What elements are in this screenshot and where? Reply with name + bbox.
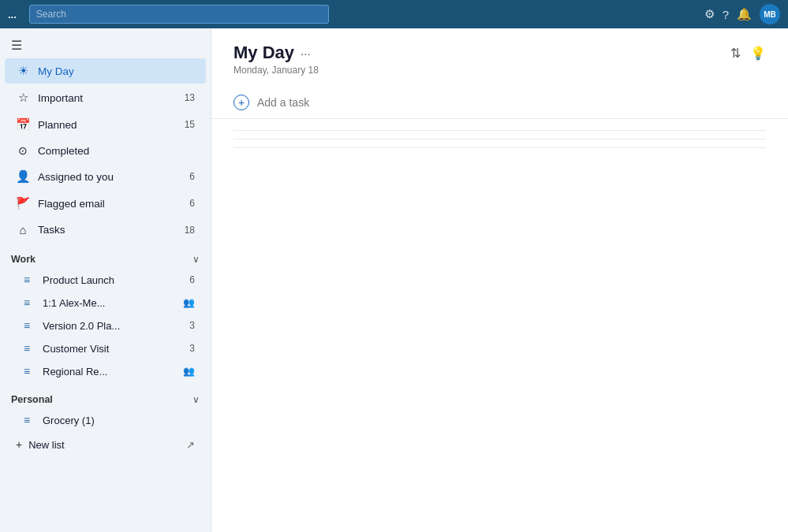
content-body <box>211 119 788 532</box>
sidebar-item-count: 15 <box>182 119 195 130</box>
personal-section-title: Personal <box>11 394 192 405</box>
avatar[interactable]: MB <box>760 4 780 24</box>
sidebar: ☰ ☀ My Day ☆ Important 13 📅 Planned 15 ⊙… <box>0 28 211 532</box>
sub-item-label: Version 2.0 Pla... <box>43 320 183 332</box>
sidebar-item-label: Completed <box>38 145 174 157</box>
divider <box>233 147 766 148</box>
app-logo: ... <box>8 9 17 20</box>
sidebar-item-flagged[interactable]: 🚩 Flagged email 6 <box>5 191 206 216</box>
shared-icon: 👥 <box>183 297 195 308</box>
page-title: My Day <box>233 43 294 63</box>
export-icon: ↗ <box>186 439 195 451</box>
sidebar-item-regional-re[interactable]: ≡ Regional Re... 👥 <box>5 360 206 382</box>
bell-icon[interactable]: 🔔 <box>737 7 752 21</box>
sidebar-item-version-plan[interactable]: ≡ Version 2.0 Pla... 3 <box>5 314 206 337</box>
add-task-plus-icon: + <box>233 95 249 110</box>
add-task-row[interactable]: + Add a task <box>211 87 788 119</box>
sub-item-label: Product Launch <box>43 274 183 286</box>
sidebar-item-important[interactable]: ☆ Important 13 <box>5 85 206 110</box>
sidebar-item-customer-visit[interactable]: ≡ Customer Visit 3 <box>5 337 206 359</box>
sidebar-item-label: My Day <box>38 65 174 77</box>
star-icon: ☆ <box>16 91 30 105</box>
sub-item-count: 3 <box>189 320 195 331</box>
sidebar-item-my-day[interactable]: ☀ My Day <box>5 58 206 84</box>
work-section: Work ∨ ≡ Product Launch 6 ≡ 1:1 Alex-Me.… <box>0 249 211 383</box>
work-section-title: Work <box>11 254 192 265</box>
divider <box>233 130 766 131</box>
sidebar-item-planned[interactable]: 📅 Planned 15 <box>5 112 206 137</box>
flag-icon: 🚩 <box>16 196 30 210</box>
sidebar-item-assigned[interactable]: 👤 Assigned to you 6 <box>5 164 206 189</box>
list-icon: ≡ <box>24 273 36 286</box>
list-icon: ≡ <box>24 365 36 378</box>
divider <box>233 139 766 140</box>
sun-icon: ☀ <box>16 64 30 78</box>
sort-button[interactable]: ⇅ <box>730 46 741 61</box>
chevron-down-icon: ∨ <box>192 254 200 265</box>
sidebar-item-label: Important <box>38 92 174 104</box>
list-icon: ≡ <box>24 296 36 309</box>
sidebar-item-count: 6 <box>182 171 195 182</box>
suggestions-button[interactable]: 💡 <box>750 46 766 61</box>
sub-item-label: 1:1 Alex-Me... <box>43 297 177 309</box>
settings-icon[interactable]: ⚙ <box>704 7 715 21</box>
calendar-icon: 📅 <box>16 117 30 132</box>
sidebar-item-count: 13 <box>182 92 195 103</box>
sub-item-count: 6 <box>189 274 195 285</box>
help-icon[interactable]: ? <box>723 8 729 21</box>
sidebar-item-product-launch[interactable]: ≡ Product Launch 6 <box>5 269 206 291</box>
sidebar-item-label: Tasks <box>38 224 174 236</box>
sub-item-label: Grocery (1) <box>43 415 195 426</box>
content-header: My Day ··· ⇅ 💡 <box>211 28 788 63</box>
sidebar-item-count: 18 <box>182 225 195 236</box>
new-list-label: New list <box>28 439 180 451</box>
sidebar-item-completed[interactable]: ⊙ Completed <box>5 139 206 162</box>
more-options-icon[interactable]: ··· <box>301 47 311 60</box>
hamburger-menu-button[interactable]: ☰ <box>0 28 211 58</box>
search-bar[interactable] <box>29 5 329 24</box>
add-task-label: Add a task <box>257 96 309 109</box>
sidebar-item-count: 6 <box>182 198 195 209</box>
list-icon: ≡ <box>24 342 36 355</box>
sidebar-item-label: Assigned to you <box>38 171 174 183</box>
work-section-header[interactable]: Work ∨ <box>0 249 211 268</box>
top-bar: ... ⚙ ? 🔔 MB <box>0 0 788 28</box>
personal-section: Personal ∨ ≡ Grocery (1) <box>0 389 211 432</box>
main-content: My Day ··· ⇅ 💡 Monday, January 18 + Add … <box>211 28 788 532</box>
main-layout: ☰ ☀ My Day ☆ Important 13 📅 Planned 15 ⊙… <box>0 28 788 532</box>
person-icon: 👤 <box>16 169 30 184</box>
list-icon: ≡ <box>24 319 36 332</box>
plus-icon: + <box>16 438 22 451</box>
sub-item-label: Regional Re... <box>43 366 177 378</box>
sidebar-item-tasks[interactable]: ⌂ Tasks 18 <box>5 218 206 242</box>
new-list-button[interactable]: + New list ↗ <box>5 433 206 456</box>
shared-icon: 👥 <box>183 366 195 377</box>
content-date: Monday, January 18 <box>211 63 788 87</box>
chevron-down-icon: ∨ <box>192 394 200 405</box>
home-icon: ⌂ <box>16 223 30 236</box>
sub-item-count: 3 <box>189 343 195 354</box>
sidebar-item-label: Planned <box>38 119 174 131</box>
sidebar-item-grocery[interactable]: ≡ Grocery (1) <box>5 409 206 431</box>
sub-item-label: Customer Visit <box>43 343 183 355</box>
list-icon: ≡ <box>24 414 36 426</box>
search-input[interactable] <box>36 9 322 20</box>
header-actions: ⇅ 💡 <box>730 46 766 61</box>
sidebar-item-label: Flagged email <box>38 198 174 210</box>
top-bar-actions: ⚙ ? 🔔 MB <box>704 4 780 24</box>
personal-section-header[interactable]: Personal ∨ <box>0 389 211 408</box>
sidebar-item-alex-me[interactable]: ≡ 1:1 Alex-Me... 👥 <box>5 292 206 314</box>
check-circle-icon: ⊙ <box>16 144 30 157</box>
